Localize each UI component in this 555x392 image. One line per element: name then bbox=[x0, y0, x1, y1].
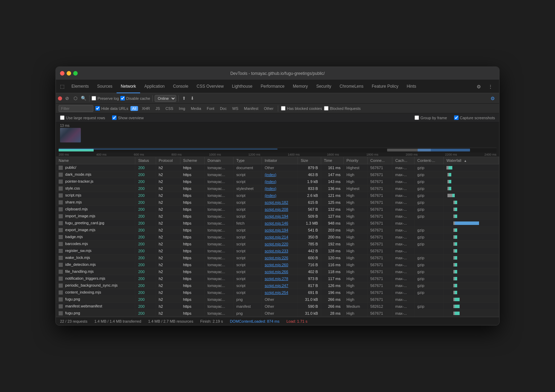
initiator-link[interactable]: (index) bbox=[265, 186, 276, 191]
network-table-container[interactable]: Name Status Protocol Scheme Domain Type … bbox=[56, 157, 499, 317]
group-by-frame-checkbox[interactable]: Group by frame bbox=[415, 115, 447, 120]
file-name[interactable]: import_image.mjs bbox=[65, 214, 95, 218]
col-type[interactable]: Type bbox=[233, 157, 262, 164]
filter-tag-doc[interactable]: Doc bbox=[218, 106, 229, 111]
initiator-link[interactable]: script.mjs:266 bbox=[265, 270, 288, 274]
initiator-link[interactable]: script.mjs:247 bbox=[265, 284, 288, 288]
show-overview-checkbox[interactable]: Show overview bbox=[112, 115, 144, 120]
initiator-link[interactable]: script.mjs:182 bbox=[265, 200, 288, 204]
file-name[interactable]: public/ bbox=[65, 165, 76, 169]
tab-console[interactable]: Console bbox=[169, 80, 193, 93]
tab-sources[interactable]: Sources bbox=[93, 80, 117, 93]
table-row[interactable]: file_handling.mjs 200 h2 https tomayac..… bbox=[56, 268, 499, 275]
initiator-link[interactable]: (index) bbox=[265, 173, 276, 177]
table-row[interactable]: import_image.mjs 200 h2 https tomayac...… bbox=[56, 213, 499, 220]
export-button[interactable]: ⬇ bbox=[189, 95, 196, 102]
initiator-link[interactable]: script.mjs:194 bbox=[265, 214, 288, 218]
table-row[interactable]: export_image.mjs 200 h2 https tomayac...… bbox=[56, 227, 499, 234]
file-name[interactable]: clipboard.mjs bbox=[65, 207, 88, 211]
table-row[interactable]: manifest.webmanifest 200 h2 https tomaya… bbox=[56, 303, 499, 310]
file-name[interactable]: export_image.mjs bbox=[65, 228, 95, 232]
file-name[interactable]: notification_triggers.mjs bbox=[65, 276, 105, 280]
screenshot-thumbnail[interactable] bbox=[60, 128, 81, 142]
table-row[interactable]: badge.mjs 200 h2 https tomayac... script… bbox=[56, 234, 499, 241]
col-status[interactable]: Status bbox=[135, 157, 156, 164]
initiator-link[interactable]: script.mjs:208 bbox=[265, 207, 288, 211]
initiator-link[interactable]: script.mjs:146 bbox=[265, 221, 288, 225]
tab-css-overview[interactable]: CSS Overview bbox=[193, 80, 228, 93]
col-size[interactable]: Size bbox=[298, 157, 321, 164]
blocked-requests-checkbox[interactable]: Blocked Requests bbox=[324, 106, 361, 111]
tab-application[interactable]: Application bbox=[140, 80, 169, 93]
filter-tag-font[interactable]: Font bbox=[205, 106, 216, 111]
filter-tag-js[interactable]: JS bbox=[154, 106, 162, 111]
table-row[interactable]: script.mjs 200 h2 https tomayac... scrip… bbox=[56, 192, 499, 199]
filter-tag-ws[interactable]: WS bbox=[230, 106, 240, 111]
initiator-link[interactable]: (index) bbox=[265, 193, 276, 198]
initiator-link[interactable]: script.mjs:214 bbox=[265, 235, 288, 239]
preserve-log-checkbox[interactable]: Preserve log bbox=[92, 96, 119, 101]
clear-button[interactable]: ⊘ bbox=[63, 95, 70, 102]
initiator-link[interactable]: script.mjs:254 bbox=[265, 290, 288, 295]
file-name[interactable]: pointer-tracker.js bbox=[65, 179, 93, 183]
file-name[interactable]: wake_lock.mjs bbox=[65, 255, 90, 260]
col-protocol[interactable]: Protocol bbox=[156, 157, 180, 164]
capture-screenshots-checkbox[interactable]: Capture screenshots bbox=[454, 115, 495, 120]
col-time[interactable]: Time bbox=[321, 157, 343, 164]
table-row[interactable]: pointer-tracker.js 200 h2 https tomayac.… bbox=[56, 178, 499, 185]
record-button[interactable] bbox=[58, 96, 62, 101]
table-row[interactable]: clipboard.mjs 200 h2 https tomayac... sc… bbox=[56, 206, 499, 213]
initiator-link[interactable]: script.mjs:220 bbox=[265, 242, 288, 246]
maximize-button[interactable] bbox=[73, 71, 78, 76]
table-row[interactable]: notification_triggers.mjs 200 h2 https t… bbox=[56, 275, 499, 282]
large-rows-checkbox[interactable]: Use large request rows bbox=[60, 115, 105, 120]
table-row[interactable]: content_indexing.mjs 200 h2 https tomaya… bbox=[56, 289, 499, 296]
hide-data-urls-input[interactable] bbox=[95, 106, 100, 111]
file-name[interactable]: script.mjs bbox=[65, 193, 81, 197]
col-priority[interactable]: Priority bbox=[343, 157, 367, 164]
more-options-icon[interactable]: ⋮ bbox=[486, 82, 495, 91]
file-name[interactable]: fugu.png bbox=[65, 297, 80, 301]
file-name[interactable]: manifest.webmanifest bbox=[65, 304, 102, 308]
file-name[interactable]: content_indexing.mjs bbox=[65, 290, 101, 294]
file-name[interactable]: file_handling.mjs bbox=[65, 269, 94, 273]
col-name[interactable]: Name bbox=[56, 157, 135, 164]
filter-tag-xhr[interactable]: XHR bbox=[140, 106, 152, 111]
table-row[interactable]: share.mjs 200 h2 https tomayac... script… bbox=[56, 199, 499, 206]
tab-hints[interactable]: Hints bbox=[402, 80, 420, 93]
col-scheme[interactable]: Scheme bbox=[180, 157, 204, 164]
table-row[interactable]: wake_lock.mjs 200 h2 https tomayac... sc… bbox=[56, 254, 499, 261]
tab-network[interactable]: Network bbox=[117, 80, 140, 93]
col-initiator[interactable]: Initiator bbox=[262, 157, 298, 164]
hide-data-urls-checkbox[interactable]: Hide data URLs bbox=[95, 106, 128, 111]
table-row[interactable]: fugu.png 200 h2 https tomayac... png Oth… bbox=[56, 310, 499, 317]
has-blocked-cookies-checkbox[interactable]: Has blocked cookies bbox=[281, 106, 322, 111]
file-name[interactable]: fugu_greeting_card.jpg bbox=[65, 221, 104, 225]
preserve-log-input[interactable] bbox=[92, 96, 96, 101]
table-row[interactable]: periodic_background_sync.mjs 200 h2 http… bbox=[56, 282, 499, 289]
tab-cursor-icon[interactable]: ⬚ bbox=[57, 80, 67, 93]
col-domain[interactable]: Domain bbox=[205, 157, 233, 164]
col-waterfall[interactable]: Waterfall ▲ bbox=[444, 157, 499, 164]
show-overview-input[interactable] bbox=[112, 115, 117, 120]
filter-input[interactable] bbox=[59, 105, 93, 112]
group-by-frame-input[interactable] bbox=[415, 115, 419, 120]
tab-memory[interactable]: Memory bbox=[289, 80, 312, 93]
file-name[interactable]: register_sw.mjs bbox=[65, 249, 92, 253]
filter-tag-media[interactable]: Media bbox=[189, 106, 203, 111]
tab-performance[interactable]: Performance bbox=[257, 80, 289, 93]
col-cache[interactable]: Cach... bbox=[392, 157, 415, 164]
tab-security[interactable]: Security bbox=[312, 80, 335, 93]
table-row[interactable]: public/ 200 h2 https tomayac... document… bbox=[56, 164, 499, 171]
file-name[interactable]: barcodes.mjs bbox=[65, 242, 88, 246]
table-row[interactable]: idle_detection.mjs 200 h2 https tomayac.… bbox=[56, 261, 499, 268]
initiator-link[interactable]: script.mjs:226 bbox=[265, 256, 288, 260]
table-row[interactable]: style.css 200 h2 https tomayac... styles… bbox=[56, 185, 499, 192]
search-button[interactable]: 🔍 bbox=[80, 95, 87, 102]
import-button[interactable]: ⬆ bbox=[181, 95, 188, 102]
initiator-link[interactable]: script.mjs:194 bbox=[265, 228, 288, 232]
large-rows-input[interactable] bbox=[60, 115, 65, 120]
filter-tag-other[interactable]: Other bbox=[262, 106, 275, 111]
initiator-link[interactable]: script.mjs:233 bbox=[265, 249, 288, 253]
file-name[interactable]: dark_mode.mjs bbox=[65, 172, 91, 176]
